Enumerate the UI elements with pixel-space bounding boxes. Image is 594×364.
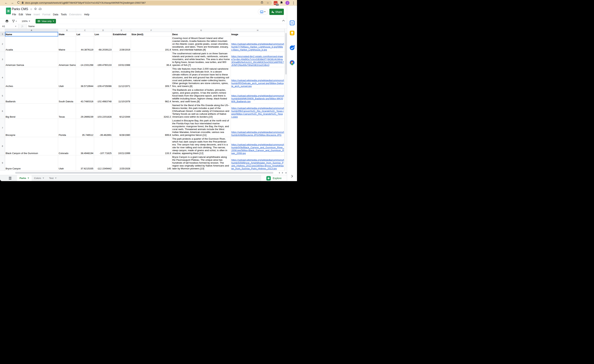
cell-D1[interactable]: Lon bbox=[94, 32, 112, 36]
cloud-saved-icon[interactable] bbox=[39, 7, 42, 11]
cell-G1[interactable]: Desc bbox=[172, 32, 231, 36]
cell-A3[interactable]: American Samoa bbox=[5, 52, 58, 67]
cell-C6[interactable]: 29.2669239 bbox=[76, 104, 94, 119]
menu-extensions[interactable]: Extensions bbox=[68, 12, 83, 17]
cell-F8[interactable]: 133.3 bbox=[131, 137, 172, 155]
row-header-7[interactable]: 7 bbox=[0, 119, 5, 137]
explore-button[interactable]: Explore bbox=[261, 175, 287, 181]
print-icon[interactable] bbox=[5, 20, 8, 23]
cell-H9[interactable]: https://upload.wikimedia.org/wikipedia/c… bbox=[231, 155, 285, 171]
cell-E8[interactable]: 10/21/1999 bbox=[112, 137, 131, 155]
cell-H8[interactable]: https://upload.wikimedia.org/wikipedia/c… bbox=[231, 137, 285, 155]
menu-view[interactable]: View bbox=[24, 12, 32, 17]
cell-E1[interactable]: Established bbox=[112, 32, 131, 36]
cell-C5[interactable]: 43.7480316 bbox=[76, 88, 94, 104]
open-in-app-button[interactable] bbox=[258, 9, 268, 15]
menu-file[interactable]: File bbox=[11, 12, 18, 17]
tab-scroll-left-icon[interactable] bbox=[278, 172, 280, 174]
all-sheets-button[interactable] bbox=[7, 175, 14, 181]
cell-D9[interactable]: -112.1549442 bbox=[94, 155, 112, 171]
cell-H5[interactable]: https://upload.wikimedia.org/wikipedia/c… bbox=[231, 88, 285, 104]
cell-G4[interactable]: This site features more than 2,000 natur… bbox=[172, 67, 231, 88]
menu-data[interactable]: Data bbox=[52, 12, 60, 17]
cell-A2[interactable]: Acadia bbox=[5, 36, 58, 52]
cell-C9[interactable]: 37.6215335 bbox=[76, 155, 94, 171]
row-header-6[interactable]: 6 bbox=[0, 104, 5, 119]
tasks-icon[interactable] bbox=[290, 46, 295, 50]
cell-F5[interactable]: 982.4 bbox=[131, 88, 172, 104]
cell-B2[interactable]: Maine bbox=[58, 36, 76, 52]
cell-D5[interactable]: -102.4983748 bbox=[94, 88, 112, 104]
browser-profile-avatar[interactable]: J bbox=[285, 1, 290, 5]
cell-F9[interactable]: 145 bbox=[131, 155, 172, 171]
cell-B6[interactable]: Texas bbox=[58, 104, 76, 119]
horizontal-scrollbar-thumb[interactable] bbox=[15, 172, 273, 174]
sheet-tab-parks[interactable]: Parks bbox=[17, 175, 32, 181]
cell-B1[interactable]: State bbox=[58, 32, 76, 36]
document-title[interactable]: Parks CMS bbox=[12, 7, 28, 11]
back-icon[interactable]: ← bbox=[4, 1, 8, 5]
address-bar[interactable]: docs.google.com/spreadsheets/d/1gjttBIT4… bbox=[19, 1, 272, 5]
menu-edit[interactable]: Edit bbox=[18, 12, 24, 17]
vertical-scrollbar[interactable] bbox=[285, 29, 287, 171]
cell-A8[interactable]: Black Canyon of the Gunnison bbox=[5, 137, 58, 155]
horizontal-scrollbar[interactable] bbox=[0, 171, 287, 175]
password-extension-icon[interactable]: ●●●11 bbox=[273, 1, 278, 5]
cell-G5[interactable]: The Badlands are a collection of buttes,… bbox=[172, 88, 231, 104]
row-header-1[interactable]: 1 bbox=[0, 32, 5, 36]
cell-C8[interactable]: 38.4948194 bbox=[76, 137, 94, 155]
cell-B5[interactable]: South Dakota bbox=[58, 88, 76, 104]
cell-A1[interactable]: Name bbox=[5, 32, 58, 36]
cell-B4[interactable]: Utah bbox=[58, 67, 76, 88]
cell-F7[interactable]: 699.8 bbox=[131, 119, 172, 137]
menu-tools[interactable]: Tools bbox=[60, 12, 68, 17]
cell-H3[interactable]: https://encrypted-tbn2.gstatic.com/licen… bbox=[231, 52, 285, 67]
cell-E6[interactable]: 6/12/1944 bbox=[112, 104, 131, 119]
cell-G3[interactable]: The southernmost national park is on thr… bbox=[172, 52, 231, 67]
row-header-4[interactable]: 4 bbox=[0, 67, 5, 88]
scroll-down-icon[interactable] bbox=[285, 172, 287, 175]
cell-G6[interactable]: Named for the Bend of the Rio Grande alo… bbox=[172, 104, 231, 119]
cell-D8[interactable]: -107.71625 bbox=[94, 137, 112, 155]
sheet-tab-colors[interactable]: Colors bbox=[32, 175, 47, 181]
cell-E5[interactable]: 11/10/1978 bbox=[112, 88, 131, 104]
cell-B7[interactable]: Florida bbox=[58, 119, 76, 137]
cell-E7[interactable]: 6/28/1980 bbox=[112, 119, 131, 137]
column-header-A[interactable]: A bbox=[5, 29, 58, 32]
zoom-select[interactable]: 100% bbox=[22, 20, 30, 23]
menu-format[interactable]: Format bbox=[41, 12, 52, 17]
cell-H2[interactable]: https://upload.wikimedia.org/wikipedia/c… bbox=[231, 36, 285, 52]
vertical-scrollbar-thumb[interactable] bbox=[285, 33, 287, 74]
cell-A7[interactable]: Biscayne bbox=[5, 119, 58, 137]
extensions-puzzle-icon[interactable] bbox=[279, 1, 284, 5]
cell-E3[interactable]: 10/31/1988 bbox=[112, 52, 131, 67]
cell-C4[interactable]: 38.5719944 bbox=[76, 67, 94, 88]
cell-A5[interactable]: Badlands bbox=[5, 88, 58, 104]
row-header-9[interactable]: 9 bbox=[0, 155, 5, 171]
column-header-H[interactable]: H bbox=[231, 29, 285, 32]
cell-D4[interactable]: -109.4735066 bbox=[94, 67, 112, 88]
bookmark-star-icon[interactable]: ☆ bbox=[267, 1, 269, 5]
row-header-8[interactable]: 8 bbox=[0, 137, 5, 155]
cell-H4[interactable]: https://upload.wikimedia.org/wikipedia/c… bbox=[231, 67, 285, 88]
browser-menu-icon[interactable] bbox=[291, 1, 296, 5]
cell-C3[interactable]: -14.2331268 bbox=[76, 52, 94, 67]
forward-icon[interactable]: → bbox=[10, 1, 14, 5]
cell-G7[interactable]: Located in Biscayne Bay, this park at th… bbox=[172, 119, 231, 137]
cell-C1[interactable]: Lat bbox=[76, 32, 94, 36]
cell-E4[interactable]: 11/12/1971 bbox=[112, 67, 131, 88]
cell-C2[interactable]: 44.3876119 bbox=[76, 36, 94, 52]
column-header-D[interactable]: D bbox=[94, 29, 112, 32]
spreadsheet-grid[interactable]: ABCDEFGH1NameStateLatLonEstablishedSize … bbox=[0, 29, 285, 171]
cell-F3[interactable]: 36.4 bbox=[131, 52, 172, 67]
cell-B9[interactable]: Utah bbox=[58, 155, 76, 171]
cell-B3[interactable]: American Samoa bbox=[58, 52, 76, 67]
share-page-icon[interactable] bbox=[261, 1, 263, 5]
column-header-G[interactable]: G bbox=[172, 29, 231, 32]
menu-help[interactable]: Help bbox=[83, 12, 91, 17]
column-header-F[interactable]: F bbox=[131, 29, 172, 32]
menu-insert[interactable]: Insert bbox=[32, 12, 41, 17]
cell-D7[interactable]: -39.462891 bbox=[94, 119, 112, 137]
cell-F1[interactable]: Size (km2) bbox=[131, 32, 172, 36]
cell-H1[interactable]: Image bbox=[231, 32, 285, 36]
